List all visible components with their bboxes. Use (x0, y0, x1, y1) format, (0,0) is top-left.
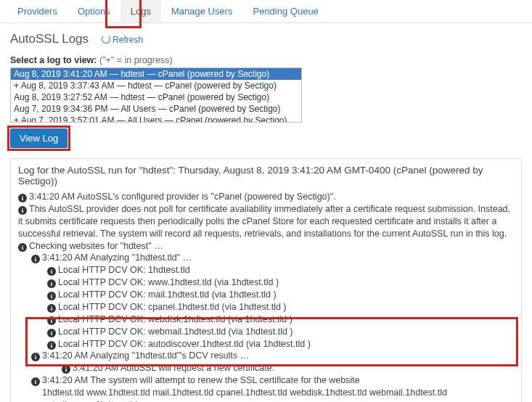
info-icon: i (47, 316, 56, 325)
log-line: iLocal HTTP DCV OK: webmail.1hdtest.tld … (47, 326, 514, 338)
log-line: iChecking websites for "hdtest" … (18, 240, 514, 253)
log-line: iThis AutoSSL provider does not poll for… (18, 203, 514, 240)
info-icon: i (47, 267, 56, 276)
tab-bar: Providers Options Logs Manage Users Pend… (0, 0, 532, 23)
select-log-label-text: Select a log to view: (10, 55, 97, 65)
log-text: 3:41:20 AM AutoSSL will request a new ce… (73, 363, 274, 373)
log-text: 3:41:20 AM Analyzing "1hdtest.tld"'s DCV… (42, 350, 249, 361)
log-text: Local HTTP DCV OK: www.1hdtest.tld (via … (58, 277, 279, 287)
tab-options[interactable]: Options (67, 0, 120, 22)
info-icon: i (18, 243, 27, 252)
tab-manage-users[interactable]: Manage Users (161, 0, 243, 22)
log-text: Local HTTP DCV OK: mail.1hdtest.tld (via… (58, 290, 277, 300)
log-text: Local HTTP DCV OK: cpanel.1hdtest.tld (v… (58, 302, 287, 312)
info-icon: i (31, 353, 40, 361)
log-text: 3:41:20 AM AutoSSL's configured provider… (29, 192, 336, 202)
info-icon: i (47, 292, 56, 300)
info-icon: i (31, 255, 40, 263)
log-line: i3:41:20 AM Analyzing "1hdtest.tld"'s DC… (31, 350, 514, 362)
log-text: Checking websites for "hdtest" … (29, 241, 163, 251)
info-icon: i (31, 377, 40, 386)
log-line: 1hdtest.tld www.1hdtest.tld mail.1hdtest… (31, 387, 514, 402)
log-text: Local HTTP DCV OK: webdisk.1hdtest.tld (… (58, 314, 292, 324)
log-option-4[interactable]: + Aug 7, 2019 3:57:01 AM — All Users — c… (11, 115, 301, 123)
log-line: iLocal HTTP DCV OK: cpanel.1hdtest.tld (… (47, 301, 514, 313)
info-icon: i (18, 194, 27, 202)
log-select[interactable]: Aug 8, 2019 3:41:20 AM — hdtest — cPanel… (10, 67, 302, 123)
log-option-1[interactable]: + Aug 8, 2019 3:37:43 AM — hdtest — cPan… (11, 80, 301, 91)
refresh-icon (102, 35, 110, 44)
refresh-link[interactable]: Refresh (102, 35, 143, 45)
select-log-label: Select a log to view: ("+" = in progress… (10, 55, 522, 65)
log-line: iLocal HTTP DCV OK: 1hdtest.tld (47, 264, 514, 276)
info-icon: i (62, 365, 70, 374)
info-icon: i (18, 206, 27, 215)
info-icon: i (47, 279, 56, 288)
info-icon: i (47, 341, 56, 350)
log-text: Local HTTP DCV OK: webmail.1hdtest.tld (… (58, 327, 293, 337)
log-text: 3:41:20 AM The system will attempt to re… (42, 375, 360, 385)
info-icon: i (47, 304, 56, 313)
select-log-hint: ("+" = in progress) (99, 55, 173, 65)
log-panel: Log for the AutoSSL run for "hdtest": Th… (10, 158, 522, 402)
log-option-3[interactable]: Aug 7, 2019 9:34:36 PM — All Users — cPa… (11, 103, 301, 115)
log-text: Local HTTP DCV OK: autodiscover.1hdtest.… (58, 339, 311, 349)
log-line: iLocal HTTP DCV OK: www.1hdtest.tld (via… (47, 276, 514, 289)
log-line: i3:41:20 AM AutoSSL's configured provide… (18, 191, 514, 203)
log-header: Log for the AutoSSL run for "hdtest": Th… (18, 165, 514, 186)
log-line: iLocal HTTP DCV OK: autodiscover.1hdtest… (47, 338, 514, 350)
log-option-0[interactable]: Aug 8, 2019 3:41:20 AM — hdtest — cPanel… (11, 68, 301, 80)
page-title: AutoSSL Logs (10, 32, 89, 46)
refresh-text: Refresh (112, 35, 143, 45)
log-line: i3:41:20 AM AutoSSL will request a new c… (62, 362, 514, 374)
view-log-button[interactable]: View Log (10, 128, 67, 148)
log-line: i3:41:20 AM The system will attempt to r… (31, 374, 514, 387)
log-text: 3:41:20 AM Analyzing "1hdtest.tld" … (42, 253, 192, 263)
log-option-2[interactable]: Aug 8, 2019 3:27:52 AM — hdtest — cPanel… (11, 91, 301, 103)
log-text: Local HTTP DCV OK: 1hdtest.tld (58, 265, 190, 275)
log-text: This AutoSSL provider does not poll for … (18, 204, 510, 239)
tab-logs[interactable]: Logs (120, 0, 161, 22)
tab-providers[interactable]: Providers (7, 0, 67, 22)
log-line: iLocal HTTP DCV OK: mail.1hdtest.tld (vi… (47, 289, 514, 301)
tab-pending-queue[interactable]: Pending Queue (242, 0, 328, 22)
log-line: iLocal HTTP DCV OK: webdisk.1hdtest.tld … (47, 313, 514, 326)
info-icon: i (47, 329, 56, 337)
log-line: i3:41:20 AM Analyzing "1hdtest.tld" … (31, 252, 514, 264)
